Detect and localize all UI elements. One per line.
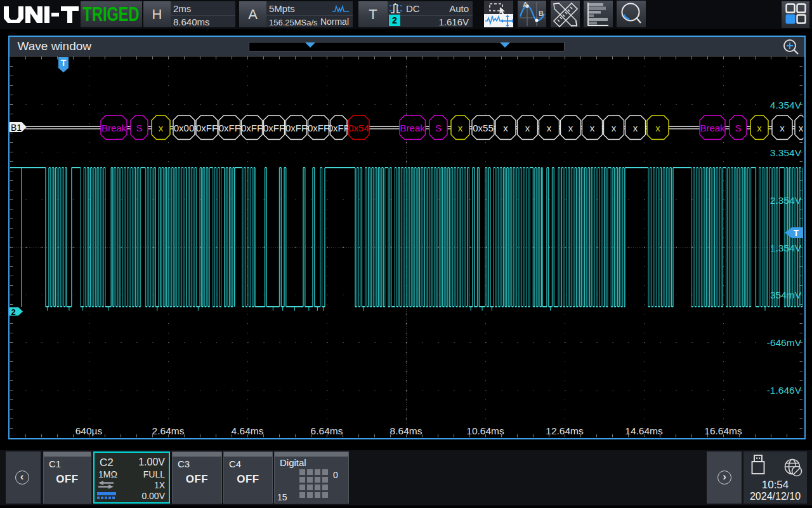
svg-text:0xFF: 0xFF bbox=[328, 123, 350, 133]
svg-text:16.64ms: 16.64ms bbox=[704, 425, 742, 436]
svg-text:0xFF: 0xFF bbox=[219, 123, 240, 133]
svg-text:Break: Break bbox=[700, 123, 725, 133]
svg-text:x: x bbox=[159, 123, 164, 133]
svg-text:8.64ms: 8.64ms bbox=[390, 425, 422, 436]
svg-text:4.64ms: 4.64ms bbox=[232, 425, 264, 436]
svg-text:0xFF: 0xFF bbox=[241, 123, 263, 133]
svg-text:Break: Break bbox=[400, 123, 426, 133]
svg-text:x: x bbox=[590, 123, 595, 133]
svg-text:0xFF: 0xFF bbox=[196, 123, 218, 133]
svg-text:2.354V: 2.354V bbox=[770, 195, 802, 206]
svg-text:14.64ms: 14.64ms bbox=[625, 425, 663, 436]
svg-text:0x54: 0x54 bbox=[348, 123, 369, 133]
svg-text:x: x bbox=[525, 123, 530, 133]
svg-text:x: x bbox=[633, 123, 638, 133]
svg-text:0xFF: 0xFF bbox=[308, 123, 329, 133]
svg-text:10.64ms: 10.64ms bbox=[466, 425, 504, 436]
svg-text:0x55: 0x55 bbox=[473, 123, 494, 133]
svg-text:x: x bbox=[757, 123, 762, 133]
svg-text:0xFF: 0xFF bbox=[263, 123, 285, 133]
svg-text:2.64ms: 2.64ms bbox=[152, 425, 185, 436]
svg-text:-646mV: -646mV bbox=[767, 337, 802, 348]
svg-text:0x00: 0x00 bbox=[174, 123, 195, 133]
svg-text:12.64ms: 12.64ms bbox=[546, 425, 584, 436]
svg-text:6.64ms: 6.64ms bbox=[311, 425, 343, 436]
svg-text:3.354V: 3.354V bbox=[770, 147, 802, 158]
svg-text:x: x bbox=[547, 123, 552, 133]
svg-text:354mV: 354mV bbox=[770, 290, 802, 300]
svg-text:Break: Break bbox=[102, 123, 127, 133]
svg-text:x: x bbox=[612, 123, 617, 133]
svg-text:x: x bbox=[568, 123, 573, 133]
svg-text:4.354V: 4.354V bbox=[770, 100, 802, 110]
svg-text:x: x bbox=[655, 123, 660, 133]
svg-text:x: x bbox=[503, 123, 508, 133]
svg-text:S: S bbox=[136, 123, 142, 133]
svg-text:-1.646V: -1.646V bbox=[767, 385, 802, 396]
svg-text:1.354V: 1.354V bbox=[770, 243, 802, 253]
svg-text:T: T bbox=[794, 228, 799, 238]
svg-text:T: T bbox=[61, 58, 67, 68]
svg-text:x: x bbox=[780, 123, 785, 133]
svg-text:640µs: 640µs bbox=[75, 425, 103, 436]
svg-text:B1: B1 bbox=[11, 123, 22, 133]
svg-text:x: x bbox=[458, 123, 463, 133]
svg-text:0xFF: 0xFF bbox=[285, 123, 307, 133]
svg-text:x: x bbox=[799, 123, 804, 133]
svg-text:S: S bbox=[435, 123, 442, 133]
svg-text:S: S bbox=[735, 123, 741, 133]
svg-text:2: 2 bbox=[11, 307, 15, 317]
